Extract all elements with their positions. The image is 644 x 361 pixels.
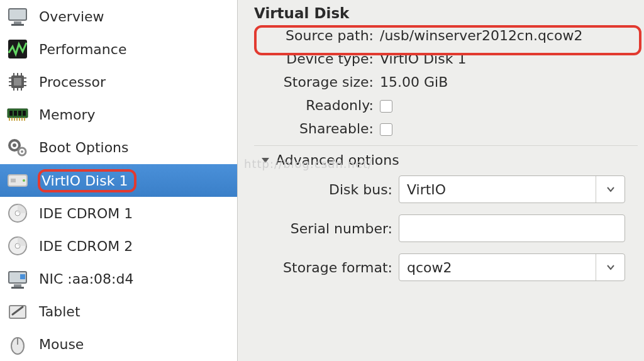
- shareable-checkbox[interactable]: [380, 123, 392, 136]
- source-path-value: /usb/winserver2012cn.qcow2: [380, 28, 638, 43]
- memory-icon: [5, 103, 30, 128]
- svg-rect-44: [20, 274, 25, 279]
- sidebar-item-processor[interactable]: Processor: [0, 65, 237, 98]
- sidebar-item-memory[interactable]: Memory: [0, 99, 237, 131]
- readonly-checkbox[interactable]: [380, 100, 392, 113]
- advanced-options-toggle[interactable]: Advanced options: [254, 152, 638, 168]
- svg-rect-25: [14, 118, 15, 121]
- svg-rect-29: [24, 118, 25, 121]
- chevron-down-icon: [260, 155, 270, 165]
- sidebar-item-label: Memory: [39, 107, 95, 123]
- cdrom-icon: [5, 201, 30, 226]
- serial-number-label: Serial number:: [260, 221, 399, 236]
- svg-rect-0: [9, 9, 26, 20]
- storage-size-label: Storage size:: [254, 74, 380, 90]
- sidebar-item-mouse[interactable]: Mouse: [0, 328, 237, 361]
- advanced-controls: Disk bus: VirtIO Serial number: Storage …: [254, 175, 638, 281]
- svg-rect-26: [16, 118, 18, 121]
- source-path-label: Source path:: [254, 28, 380, 43]
- section-divider: [254, 145, 638, 146]
- sidebar-item-performance[interactable]: Performance: [0, 33, 237, 65]
- properties-grid: Source path: /usb/winserver2012cn.qcow2 …: [254, 28, 638, 136]
- sidebar-item-tablet[interactable]: Tablet: [0, 296, 237, 328]
- mouse-icon: [5, 332, 30, 357]
- storage-format-combo[interactable]: qcow2: [399, 253, 625, 281]
- panel-title: Virtual Disk: [254, 5, 638, 21]
- svg-point-33: [21, 150, 23, 153]
- svg-rect-22: [23, 111, 26, 116]
- sidebar-item-label: VirtIO Disk 1: [42, 173, 128, 189]
- performance-icon: [5, 36, 30, 62]
- sidebar-item-label: NIC :aa:08:d4: [39, 271, 133, 287]
- cdrom-icon: [5, 233, 30, 258]
- shareable-label: Shareable:: [254, 121, 380, 136]
- serial-number-input[interactable]: [399, 214, 625, 242]
- sidebar-item-ide-cdrom-1[interactable]: IDE CDROM 1: [0, 197, 237, 230]
- sidebar-item-label: IDE CDROM 1: [39, 206, 133, 221]
- svg-rect-20: [14, 111, 17, 116]
- sidebar-item-label: Performance: [39, 42, 126, 57]
- svg-rect-42: [14, 284, 21, 287]
- svg-marker-49: [262, 158, 269, 163]
- monitor-icon: [5, 4, 30, 29]
- nic-icon: [5, 267, 30, 292]
- svg-rect-1: [14, 21, 21, 24]
- chevron-down-icon[interactable]: [596, 254, 625, 280]
- svg-point-35: [23, 179, 25, 182]
- sidebar-item-label: Boot Options: [39, 140, 129, 155]
- tablet-icon: [5, 299, 30, 325]
- storage-size-value: 15.00 GiB: [380, 74, 638, 90]
- svg-rect-43: [11, 287, 24, 289]
- sidebar-item-overview[interactable]: Overview: [0, 0, 237, 33]
- sidebar-item-ide-cdrom-2[interactable]: IDE CDROM 2: [0, 230, 237, 262]
- cpu-icon: [5, 69, 30, 94]
- svg-rect-21: [18, 111, 21, 116]
- sidebar-item-boot-options[interactable]: Boot Options: [0, 131, 237, 164]
- sidebar-item-label: Overview: [39, 9, 104, 25]
- sidebar-item-label: Processor: [39, 74, 106, 90]
- readonly-label: Readonly:: [254, 97, 380, 113]
- sidebar-item-label: Mouse: [39, 336, 84, 352]
- disk-bus-combo[interactable]: VirtIO: [399, 175, 625, 203]
- chevron-down-icon[interactable]: [596, 176, 625, 203]
- disk-icon: [5, 168, 30, 193]
- app-root: Overview Performance Processor Memory Bo: [0, 0, 644, 361]
- disk-bus-label: Disk bus:: [260, 182, 399, 197]
- disk-bus-value: VirtIO: [399, 182, 596, 197]
- device-type-value: VirtIO Disk 1: [380, 51, 638, 67]
- hardware-sidebar: Overview Performance Processor Memory Bo: [0, 0, 238, 361]
- svg-rect-27: [19, 118, 20, 121]
- svg-point-31: [13, 143, 16, 147]
- sidebar-item-label: IDE CDROM 2: [39, 238, 133, 254]
- svg-rect-28: [21, 118, 23, 121]
- device-type-label: Device type:: [254, 51, 380, 67]
- sidebar-item-virtio-disk-1[interactable]: VirtIO Disk 1: [0, 164, 237, 197]
- sidebar-item-nic[interactable]: NIC :aa:08:d4: [0, 263, 237, 296]
- svg-rect-24: [11, 118, 13, 121]
- sidebar-item-label: Tablet: [39, 304, 80, 319]
- advanced-options-label: Advanced options: [275, 152, 399, 168]
- details-panel: Virtual Disk Source path: /usb/winserver…: [238, 0, 644, 361]
- svg-rect-36: [11, 179, 16, 182]
- storage-format-value: qcow2: [399, 260, 596, 275]
- svg-rect-19: [9, 111, 13, 116]
- selected-highlight: VirtIO Disk 1: [38, 169, 136, 192]
- storage-format-label: Storage format:: [260, 260, 399, 275]
- gear-icon: [5, 135, 30, 160]
- svg-rect-23: [9, 118, 10, 121]
- svg-rect-2: [11, 24, 24, 26]
- svg-rect-5: [14, 78, 21, 86]
